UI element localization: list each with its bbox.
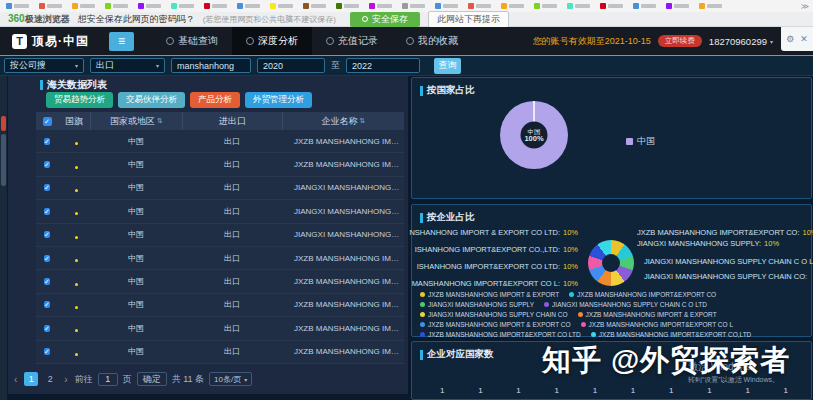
legend-item[interactable]: JXZB MANSHANHONG IMPORT&EXPORT CO LTD [420, 331, 581, 338]
bookmark-item[interactable] [303, 3, 326, 9]
renew-button[interactable]: 立即续费 [658, 35, 702, 47]
page-1-button[interactable]: 1 [24, 372, 38, 386]
table-row[interactable]: ✓ 中国 出口 JXZB MANSHANHONG IMPORT... [36, 153, 404, 176]
page-2-button[interactable]: 2 [43, 372, 57, 386]
company-cell[interactable]: JXZB MANSHANHONG IMPORT... [282, 160, 404, 169]
select-all-checkbox[interactable]: ✓ [43, 117, 52, 126]
menu-item-favorites[interactable]: 我的收藏 [392, 27, 472, 55]
search-type-select[interactable]: 按公司搜 ▾ [4, 58, 84, 73]
bookmark-item[interactable] [666, 3, 689, 9]
bookmark-item[interactable] [270, 3, 293, 9]
column-country[interactable]: 国家或地区 ⇅ [90, 112, 182, 130]
bookmark-item[interactable] [534, 3, 557, 9]
bookmark-item[interactable] [171, 3, 194, 9]
table-row[interactable]: ✓ 中国 出口 JXZB MANSHANHONG IMPORT... [36, 317, 404, 340]
table-row[interactable]: ✓ 中国 出口 JXZB MANSHANHONG IMPORT... [36, 341, 404, 364]
bookmark-item[interactable] [39, 3, 62, 9]
row-checkbox[interactable]: ✓ [44, 184, 50, 191]
company-cell[interactable]: JXZB MANSHANHONG IMPORT... [282, 324, 404, 333]
legend-item[interactable]: JXZB MANSHANHONG IMPORT&EXPORT CO,LTD [591, 331, 752, 338]
company-cell[interactable]: JIANGXI MANSHANHONG SUPP... [282, 230, 404, 239]
close-icon[interactable]: ✕ [800, 34, 808, 44]
table-row[interactable]: ✓ 中国 出口 JIANGXI MANSHANHONG SUPP... [36, 200, 404, 223]
left-scrollbar[interactable] [0, 76, 7, 400]
bookmark-item[interactable] [105, 3, 128, 9]
analysis-action-button[interactable]: 外贸管理分析 [245, 92, 312, 108]
column-company[interactable]: 企业名称 ⇅ [282, 112, 404, 130]
legend-item[interactable]: JXZB MANSHANHONG IMPORT & EXPORT CO [420, 321, 571, 328]
row-checkbox[interactable]: ✓ [44, 301, 50, 308]
legend-item[interactable]: JIANGXI MANSHANHONG SUPPLY CHAIN CO [420, 311, 568, 318]
menu-item-recharge-records[interactable]: 充值记录 [312, 27, 392, 55]
row-checkbox[interactable]: ✓ [44, 208, 50, 215]
page-size-select[interactable]: 10条/页 ▾ [209, 372, 252, 386]
sort-icon[interactable]: ⇅ [360, 117, 366, 125]
legend-item[interactable]: JIANGXI MANSHANHONG SUPPLY CHAIN C O LTD [544, 301, 707, 308]
bookmark-item[interactable] [468, 3, 491, 9]
search-button[interactable]: 查询 [434, 58, 461, 74]
bookmark-item[interactable] [6, 3, 29, 9]
menu-item-deep-analysis[interactable]: 深度分析 [232, 27, 312, 55]
country-donut-chart[interactable]: 中国 100% [500, 101, 568, 169]
country-legend-item[interactable]: 中国 [626, 135, 655, 148]
legend-item[interactable]: JXZB MANSHANHONG IMPORT & EXPORT [420, 291, 559, 298]
company-cell[interactable]: JXZB MANSHANHONG IMPORT... [282, 347, 404, 356]
bookmark-item[interactable] [336, 3, 359, 9]
bookmark-item[interactable] [633, 3, 656, 9]
analysis-action-button[interactable]: 贸易趋势分析 [46, 92, 113, 108]
bookmark-item[interactable] [204, 3, 227, 9]
table-row[interactable]: ✓ 中国 出口 JXZB MANSHANHONG IMPORT ... [36, 247, 404, 270]
bookmark-item[interactable] [699, 3, 722, 9]
sort-icon[interactable]: ⇅ [157, 117, 163, 125]
company-cell[interactable]: JIANGXI MANSHANHONG SUPPLY [282, 183, 404, 192]
legend-item[interactable]: JIANGXI MANSHANHONG SUPPLY [420, 301, 534, 308]
table-row[interactable]: ✓ 中国 出口 JIANGXI MANSHANHONG SUPP... [36, 224, 404, 247]
gear-icon[interactable]: ⚙ [786, 34, 794, 44]
analysis-action-button[interactable]: 产品分析 [190, 92, 240, 108]
hamburger-menu-button[interactable]: ≡ [109, 32, 134, 51]
bookmark-item[interactable] [138, 3, 161, 9]
account-dropdown[interactable]: 18270960299 ▾ [709, 36, 773, 47]
row-checkbox[interactable]: ✓ [44, 255, 50, 262]
year-from-input[interactable] [257, 58, 325, 73]
company-cell[interactable]: JXZB MANSHANHONG IMPORT ... [282, 254, 404, 263]
bookmark-item[interactable] [567, 3, 590, 9]
company-pie-chart[interactable] [588, 240, 634, 286]
row-checkbox[interactable]: ✓ [44, 161, 50, 168]
bookmarks-overflow-icon[interactable]: ≫ [801, 2, 809, 11]
row-checkbox[interactable]: ✓ [44, 138, 50, 145]
table-row[interactable]: ✓ 中国 出口 JXZB MANSHANHONG IMPORT... [36, 270, 404, 293]
year-to-input[interactable] [346, 58, 420, 73]
confirm-button[interactable]: 确定 [137, 372, 167, 386]
company-cell[interactable]: JXZB MANSHANHONG IMPORT... [282, 277, 404, 286]
trade-type-select[interactable]: 出口 ▾ [90, 58, 165, 73]
company-cell[interactable]: JIANGXI MANSHANHONG SUPP... [282, 207, 404, 216]
bookmark-item[interactable] [72, 3, 95, 9]
bookmark-item[interactable] [600, 3, 623, 9]
dismiss-site-button[interactable]: 此网站下再提示 [428, 11, 509, 28]
prev-page-icon[interactable]: ‹ [12, 374, 19, 385]
goto-page-input[interactable] [98, 373, 118, 386]
company-cell[interactable]: JXZB MANSHANHONG IMPORT... [282, 300, 404, 309]
row-checkbox[interactable]: ✓ [44, 231, 50, 238]
table-row[interactable]: ✓ 中国 出口 JXZB MANSHANHONG IMPORT ... [36, 130, 404, 153]
legend-item[interactable]: JXZB MANSHANHONG IMPORT&EXPORT CO [569, 291, 716, 298]
table-row[interactable]: ✓ 中国 出口 JIANGXI MANSHANHONG SUPPLY [36, 177, 404, 200]
app-logo[interactable]: T 顶易·中国 [12, 33, 89, 50]
scrollbar-thumb[interactable] [1, 134, 6, 186]
menu-item-basic-query[interactable]: 基础查询 [152, 27, 232, 55]
next-page-icon[interactable]: › [62, 374, 69, 385]
legend-item[interactable]: JXZB MANSHANHONG IMPORT&EXPORT CO L [581, 321, 733, 328]
table-row[interactable]: ✓ 中国 出口 JXZB MANSHANHONG IMPORT... [36, 294, 404, 317]
bookmark-item[interactable] [369, 3, 392, 9]
row-checkbox[interactable]: ✓ [44, 278, 50, 285]
bookmark-item[interactable] [402, 3, 425, 9]
bookmark-item[interactable] [435, 3, 458, 9]
legend-item[interactable]: JXZB MANSHANHONG IMPORT & EXPORT [578, 311, 717, 318]
bookmark-item[interactable] [237, 3, 260, 9]
row-checkbox[interactable]: ✓ [44, 348, 50, 355]
bookmark-item[interactable] [501, 3, 524, 9]
keyword-input[interactable] [171, 58, 251, 73]
row-checkbox[interactable]: ✓ [44, 325, 50, 332]
save-password-button[interactable]: 安全保存 [350, 12, 420, 27]
